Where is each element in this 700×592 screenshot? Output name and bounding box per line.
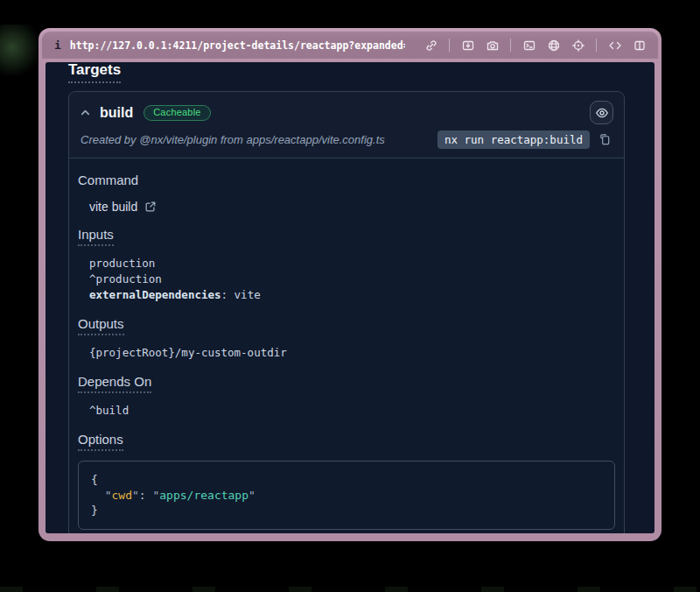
target-icon[interactable]: [570, 37, 586, 53]
input-value: externalDependencies: vite: [89, 287, 615, 303]
run-command-chip[interactable]: nx run reactapp:build: [438, 130, 590, 149]
target-name: build: [100, 105, 133, 121]
link-icon[interactable]: [423, 37, 439, 53]
outputs-heading: Outputs: [78, 316, 124, 335]
terminal-icon[interactable]: [521, 37, 537, 53]
json-line: {: [91, 472, 602, 488]
depends-on-section: Depends On ^build: [78, 374, 615, 419]
camera-icon[interactable]: [484, 37, 500, 53]
created-by-text: Created by @nx/vite/plugin from apps/rea…: [80, 133, 385, 146]
options-section: Options { "cwd": "apps/reactapp"}: [78, 432, 615, 530]
project-details-page: Targets build Cacheable Created by @nx/v…: [46, 62, 654, 533]
copy-button[interactable]: [598, 133, 612, 146]
build-card-body: Command vite build Inputs production: [69, 159, 624, 533]
command-heading: Command: [78, 173, 138, 190]
input-value: ^production: [89, 271, 615, 287]
view-in-graph-button[interactable]: [590, 101, 613, 124]
targets-heading: Targets: [68, 62, 121, 83]
chevron-up-icon[interactable]: [80, 107, 92, 119]
split-panel-icon[interactable]: [631, 37, 648, 53]
json-line: "cwd": "apps/reactapp": [91, 488, 602, 504]
inputs-heading: Inputs: [78, 227, 114, 246]
external-link-icon[interactable]: [144, 201, 157, 213]
toolbar-divider: [510, 39, 511, 52]
browser-window: i http://127.0.0.1:4211/project-details/…: [38, 28, 662, 541]
depends-on-heading: Depends On: [78, 374, 151, 393]
command-section: Command vite build: [78, 173, 615, 214]
code-icon[interactable]: [606, 37, 623, 53]
build-card-header[interactable]: build Cacheable Created by @nx/vite/plug…: [69, 92, 624, 159]
eye-icon: [596, 109, 606, 116]
toolbar-divider: [596, 39, 597, 52]
options-json-block: { "cwd": "apps/reactapp"}: [78, 461, 615, 530]
input-value: production: [89, 256, 615, 271]
inputs-section: Inputs production ^production externalDe…: [78, 227, 615, 303]
browser-toolbar: i http://127.0.0.1:4211/project-details/…: [42, 32, 658, 59]
command-value: vite build: [89, 200, 137, 214]
outputs-section: Outputs {projectRoot}/my-custom-outdir: [78, 316, 615, 361]
import-box-icon[interactable]: [459, 37, 476, 53]
toolbar-icons: [423, 37, 648, 53]
json-line: }: [91, 503, 602, 518]
depends-on-value: ^build: [89, 403, 615, 419]
output-value: {projectRoot}/my-custom-outdir: [89, 345, 615, 361]
globe-icon[interactable]: [545, 37, 562, 53]
toolbar-divider: [449, 39, 450, 52]
address-url[interactable]: http://127.0.0.1:4211/project-details/re…: [70, 39, 405, 52]
options-heading: Options: [78, 432, 123, 451]
cacheable-badge: Cacheable: [144, 105, 210, 121]
info-icon: i: [54, 39, 61, 52]
copy-icon: [598, 133, 612, 146]
target-card-build: build Cacheable Created by @nx/vite/plug…: [68, 91, 625, 533]
